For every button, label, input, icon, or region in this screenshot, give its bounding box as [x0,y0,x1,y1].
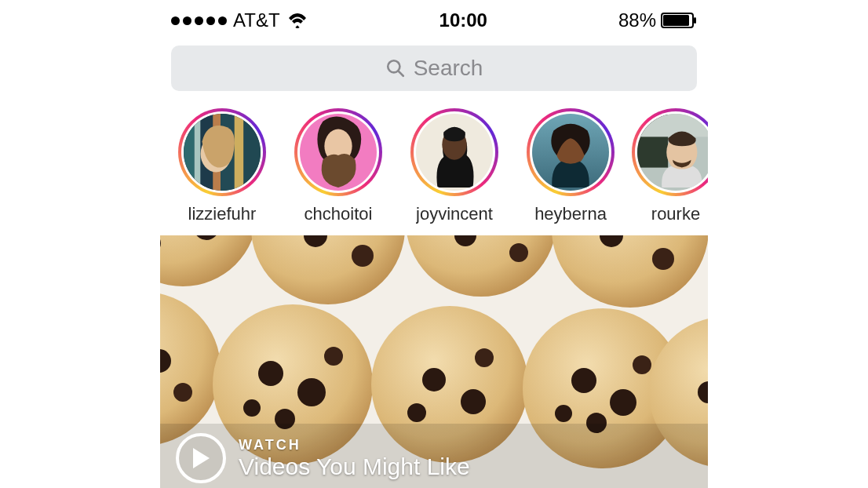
svg-point-53 [243,399,261,417]
search-input[interactable]: Search [171,46,697,91]
svg-point-38 [509,243,528,262]
phone-screen: AT&T 10:00 88% [160,0,708,488]
video-title: Videos You Might Like [239,453,470,480]
video-kicker: WATCH [239,437,470,453]
story-ring [410,108,498,196]
svg-rect-1 [663,15,689,26]
svg-point-50 [297,378,326,406]
story-lizziefuhr[interactable]: lizziefuhr [176,108,268,224]
story-rourke[interactable]: rourke [640,108,708,224]
status-left: AT&T [171,9,308,31]
svg-point-47 [173,383,192,402]
svg-point-58 [407,403,426,422]
svg-point-62 [633,355,651,374]
svg-point-55 [422,368,446,391]
svg-point-49 [258,361,283,386]
story-heyberna[interactable]: heyberna [524,108,617,224]
clock: 10:00 [439,9,487,31]
svg-rect-22 [637,114,708,137]
story-ring [527,108,615,196]
story-chchoitoi[interactable]: chchoitoi [292,108,385,224]
svg-rect-12 [243,114,261,191]
battery-icon [661,13,697,28]
carrier-label: AT&T [233,9,280,31]
svg-rect-7 [195,114,201,191]
search-wrap: Search [160,41,708,99]
story-ring [178,108,266,196]
svg-point-57 [475,348,494,367]
avatar [416,114,493,191]
svg-point-61 [610,389,636,416]
svg-point-42 [652,248,674,270]
video-card[interactable]: WATCH Videos You Might Like [160,235,708,488]
svg-point-64 [555,405,572,422]
story-name: joyvincent [416,204,493,224]
story-name: chchoitoi [305,204,373,224]
story-ring [632,108,708,196]
svg-point-33 [352,245,374,267]
battery-percent: 88% [618,9,656,31]
stories-row[interactable]: lizziefuhr ch [160,99,708,235]
avatar [532,114,609,191]
play-icon[interactable] [176,433,226,483]
search-icon [385,58,406,78]
svg-point-51 [324,347,343,366]
story-name: lizziefuhr [188,204,257,224]
wifi-icon [286,12,308,29]
story-ring [294,108,382,196]
svg-rect-11 [235,114,244,191]
avatar [300,114,377,191]
svg-point-56 [461,389,486,414]
svg-line-4 [398,71,403,75]
story-name: heyberna [534,204,607,224]
story-joyvincent[interactable]: joyvincent [408,108,501,224]
story-name: rourke [651,204,700,224]
signal-strength-icon [171,16,227,25]
svg-rect-6 [184,114,195,191]
status-right: 88% [618,9,697,31]
status-bar: AT&T 10:00 88% [160,0,708,41]
video-overlay: WATCH Videos You Might Like [176,433,470,483]
avatar [184,114,261,191]
svg-point-60 [571,368,596,393]
avatar [637,114,708,191]
svg-rect-2 [694,17,696,24]
search-placeholder: Search [414,56,483,81]
